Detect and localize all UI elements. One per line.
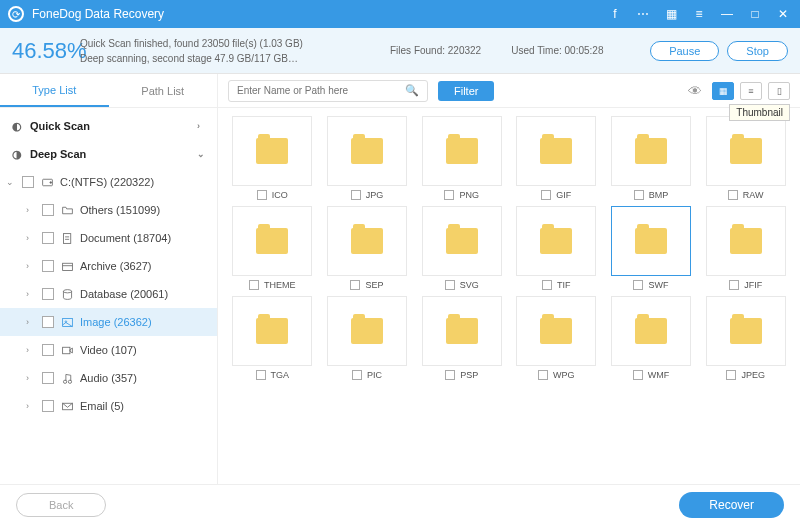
- svg-rect-2: [63, 233, 70, 243]
- sidebar-item-image[interactable]: ›Image (26362): [0, 308, 217, 336]
- sidebar-item-archive[interactable]: ›Archive (3627): [0, 252, 217, 280]
- search-input[interactable]: [237, 85, 399, 96]
- filter-button[interactable]: Filter: [438, 81, 494, 101]
- item-label: TGA: [271, 370, 290, 380]
- grid-item[interactable]: PSP: [417, 296, 506, 380]
- grid-item[interactable]: BMP: [607, 116, 696, 200]
- facebook-icon[interactable]: f: [606, 5, 624, 23]
- preview-icon[interactable]: 👁: [688, 83, 702, 99]
- folder-thumbnail: [516, 296, 596, 366]
- item-checkbox[interactable]: [541, 190, 551, 200]
- sidebar-item-doc[interactable]: ›Document (18704): [0, 224, 217, 252]
- maximize-icon[interactable]: □: [746, 5, 764, 23]
- grid-item[interactable]: RAW: [701, 116, 790, 200]
- scan-icon: ◑: [10, 148, 24, 161]
- folder-icon: [635, 318, 667, 344]
- tab-type-list[interactable]: Type List: [0, 74, 109, 107]
- item-checkbox[interactable]: [350, 280, 360, 290]
- item-label: PSP: [460, 370, 478, 380]
- grid-item[interactable]: WMF: [607, 296, 696, 380]
- item-checkbox[interactable]: [728, 190, 738, 200]
- item-checkbox[interactable]: [352, 370, 362, 380]
- item-checkbox[interactable]: [634, 190, 644, 200]
- item-checkbox[interactable]: [542, 280, 552, 290]
- quick-scan-node[interactable]: ◐ Quick Scan ›: [0, 112, 217, 140]
- view-thumbnail-button[interactable]: ▦: [712, 82, 734, 100]
- category-checkbox[interactable]: [42, 316, 54, 328]
- item-checkbox[interactable]: [729, 280, 739, 290]
- category-checkbox[interactable]: [42, 288, 54, 300]
- grid-item[interactable]: JPEG: [701, 296, 790, 380]
- search-input-wrap[interactable]: 🔍: [228, 80, 428, 102]
- sidebar-item-video[interactable]: ›Video (107): [0, 336, 217, 364]
- grid-item[interactable]: SVG: [417, 206, 506, 290]
- close-icon[interactable]: ✕: [774, 5, 792, 23]
- chevron-right-icon: ›: [26, 289, 36, 299]
- grid-item[interactable]: PIC: [323, 296, 412, 380]
- svg-rect-5: [62, 263, 72, 270]
- grid-item[interactable]: PNG: [417, 116, 506, 200]
- item-checkbox[interactable]: [257, 190, 267, 200]
- grid-item[interactable]: THEME: [228, 206, 317, 290]
- sidebar-item-audio[interactable]: ›Audio (357): [0, 364, 217, 392]
- grid-item[interactable]: SWF: [607, 206, 696, 290]
- sidebar-item-db[interactable]: ›Database (20061): [0, 280, 217, 308]
- deep-scan-node[interactable]: ◑ Deep Scan ⌄: [0, 140, 217, 168]
- save-icon[interactable]: ▦: [662, 5, 680, 23]
- files-found-value: 220322: [448, 45, 481, 56]
- grid-item[interactable]: ICO: [228, 116, 317, 200]
- drive-node[interactable]: ⌄ C:(NTFS) (220322): [0, 168, 217, 196]
- category-checkbox[interactable]: [42, 260, 54, 272]
- view-detail-button[interactable]: ▯: [768, 82, 790, 100]
- back-button[interactable]: Back: [16, 493, 106, 517]
- item-checkbox[interactable]: [445, 280, 455, 290]
- item-checkbox[interactable]: [633, 370, 643, 380]
- chevron-right-icon: ›: [26, 373, 36, 383]
- item-checkbox[interactable]: [445, 370, 455, 380]
- minimize-icon[interactable]: —: [718, 5, 736, 23]
- sidebar-item-folder[interactable]: ›Others (151099): [0, 196, 217, 224]
- item-checkbox[interactable]: [538, 370, 548, 380]
- item-label: ICO: [272, 190, 288, 200]
- search-icon: 🔍: [405, 84, 419, 97]
- sidebar-item-email[interactable]: ›Email (5): [0, 392, 217, 420]
- category-checkbox[interactable]: [42, 204, 54, 216]
- grid-item[interactable]: GIF: [512, 116, 601, 200]
- recover-button[interactable]: Recover: [679, 492, 784, 518]
- folder-icon: [446, 228, 478, 254]
- category-checkbox[interactable]: [42, 344, 54, 356]
- feedback-icon[interactable]: ⋯: [634, 5, 652, 23]
- chevron-right-icon: ›: [26, 317, 36, 327]
- disk-icon: [40, 176, 54, 189]
- folder-thumbnail: [232, 296, 312, 366]
- pause-button[interactable]: Pause: [650, 41, 719, 61]
- item-checkbox[interactable]: [633, 280, 643, 290]
- grid-item[interactable]: TGA: [228, 296, 317, 380]
- drive-checkbox[interactable]: [22, 176, 34, 188]
- folder-icon: [351, 138, 383, 164]
- item-checkbox[interactable]: [351, 190, 361, 200]
- menu-icon[interactable]: ≡: [690, 5, 708, 23]
- grid-item[interactable]: JPG: [323, 116, 412, 200]
- folder-icon: [635, 138, 667, 164]
- stop-button[interactable]: Stop: [727, 41, 788, 61]
- audio-icon: [60, 372, 74, 385]
- archive-icon: [60, 260, 74, 273]
- tab-path-list[interactable]: Path List: [109, 74, 218, 107]
- grid-item[interactable]: SEP: [323, 206, 412, 290]
- grid-item[interactable]: JFIF: [701, 206, 790, 290]
- item-checkbox[interactable]: [444, 190, 454, 200]
- used-time-label: Used Time:: [511, 45, 562, 56]
- grid-item[interactable]: WPG: [512, 296, 601, 380]
- folder-icon: [730, 318, 762, 344]
- category-checkbox[interactable]: [42, 400, 54, 412]
- view-list-button[interactable]: ≡: [740, 82, 762, 100]
- item-checkbox[interactable]: [249, 280, 259, 290]
- category-checkbox[interactable]: [42, 232, 54, 244]
- item-checkbox[interactable]: [726, 370, 736, 380]
- category-checkbox[interactable]: [42, 372, 54, 384]
- folder-thumbnail: [232, 206, 312, 276]
- item-checkbox[interactable]: [256, 370, 266, 380]
- email-icon: [60, 400, 74, 413]
- grid-item[interactable]: TIF: [512, 206, 601, 290]
